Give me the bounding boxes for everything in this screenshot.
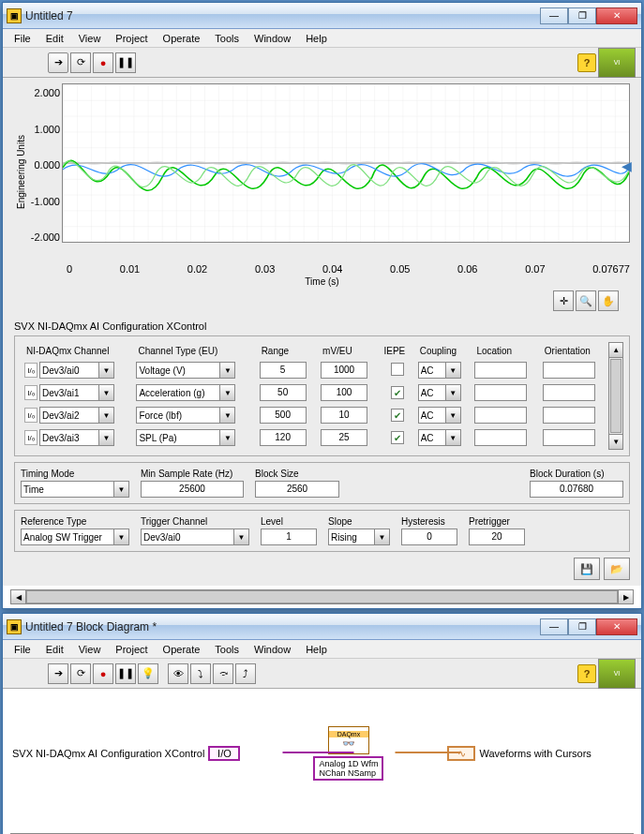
chevron-down-icon[interactable]: ▼ xyxy=(114,529,129,545)
menu-file[interactable]: File xyxy=(7,642,38,657)
run-continuous-button[interactable]: ⟳ xyxy=(70,663,91,684)
mveu-input[interactable]: 1000 xyxy=(321,362,367,379)
zoom-tool-button[interactable]: 🔍 xyxy=(576,290,596,311)
iepe-checkbox[interactable]: ✔ xyxy=(391,386,404,399)
chevron-down-icon[interactable]: ▼ xyxy=(220,407,235,424)
chevron-down-icon[interactable]: ▼ xyxy=(99,362,114,379)
location-input[interactable] xyxy=(474,429,527,446)
sample-rate-value[interactable]: 25600 xyxy=(141,481,244,498)
maximize-button[interactable]: ❐ xyxy=(568,618,596,635)
slope-input[interactable] xyxy=(328,529,375,545)
scroll-thumb[interactable] xyxy=(26,590,618,603)
menu-operate[interactable]: Operate xyxy=(156,31,208,46)
chevron-down-icon[interactable]: ▼ xyxy=(375,529,390,545)
menu-edit[interactable]: Edit xyxy=(38,31,71,46)
level-input[interactable]: 1 xyxy=(261,529,317,545)
orientation-input[interactable] xyxy=(543,384,595,401)
plot-legend-expand-icon[interactable]: ◀ xyxy=(622,158,632,173)
vi-connector-icon[interactable]: VI xyxy=(598,48,636,78)
step-out-button[interactable]: ⤴ xyxy=(235,663,256,684)
chevron-down-icon[interactable]: ▼ xyxy=(220,362,235,379)
menu-project[interactable]: Project xyxy=(108,642,155,657)
chevron-down-icon[interactable]: ▼ xyxy=(99,407,114,424)
step-into-button[interactable]: ⤵ xyxy=(190,663,211,684)
plot-canvas[interactable] xyxy=(62,83,630,243)
timing-mode-input[interactable] xyxy=(21,481,114,498)
range-input[interactable]: 500 xyxy=(260,407,307,424)
channel-input[interactable] xyxy=(39,384,99,401)
menu-tools[interactable]: Tools xyxy=(207,31,247,46)
coupling-select[interactable]: ▼ xyxy=(418,429,470,446)
menu-operate[interactable]: Operate xyxy=(156,642,208,657)
coupling-select[interactable]: ▼ xyxy=(418,407,470,424)
menu-project[interactable]: Project xyxy=(108,31,155,46)
timing-mode-select[interactable]: ▼ xyxy=(21,481,129,498)
range-input[interactable]: 50 xyxy=(260,384,307,401)
trigger-channel-select[interactable]: ▼ xyxy=(141,529,249,545)
iepe-checkbox[interactable]: ✔ xyxy=(391,409,404,422)
coupling-input[interactable] xyxy=(418,384,446,401)
context-help-button[interactable]: ? xyxy=(577,53,596,72)
type-select[interactable]: ▼ xyxy=(136,429,253,446)
channel-input[interactable] xyxy=(39,429,99,446)
type-select[interactable]: ▼ xyxy=(136,384,253,401)
menu-file[interactable]: File xyxy=(7,31,38,46)
mveu-input[interactable]: 25 xyxy=(321,429,367,446)
type-input[interactable] xyxy=(136,407,220,424)
range-input[interactable]: 5 xyxy=(260,362,307,379)
load-config-button[interactable]: 📂 xyxy=(604,558,630,580)
menu-tools[interactable]: Tools xyxy=(207,642,247,657)
location-input[interactable] xyxy=(474,407,527,424)
channel-select[interactable]: I/₀▼ xyxy=(24,362,130,379)
range-input[interactable]: 120 xyxy=(260,429,307,446)
iepe-checkbox[interactable] xyxy=(391,363,404,376)
panel-horizontal-scrollbar[interactable]: ◀ ▶ xyxy=(10,589,634,604)
chevron-down-icon[interactable]: ▼ xyxy=(446,362,461,379)
daqmx-polymorphic-selector[interactable]: Analog 1D Wfm NChan NSamp xyxy=(313,756,383,781)
run-button[interactable]: ➔ xyxy=(48,663,68,684)
mveu-input[interactable]: 10 xyxy=(321,407,367,424)
location-input[interactable] xyxy=(474,384,527,401)
run-continuous-button[interactable]: ⟳ xyxy=(70,52,91,73)
scroll-right-icon[interactable]: ▶ xyxy=(618,590,633,603)
menu-window[interactable]: Window xyxy=(247,642,298,657)
trigger-channel-input[interactable] xyxy=(141,529,234,545)
type-input[interactable] xyxy=(136,384,220,401)
chevron-down-icon[interactable]: ▼ xyxy=(446,384,461,401)
menu-help[interactable]: Help xyxy=(298,31,335,46)
scroll-up-icon[interactable]: ▲ xyxy=(609,343,622,358)
step-over-button[interactable]: ⤼ xyxy=(213,663,233,684)
abort-button[interactable]: ● xyxy=(93,52,113,73)
mveu-input[interactable]: 100 xyxy=(321,384,367,401)
menu-window[interactable]: Window xyxy=(247,31,298,46)
scroll-left-icon[interactable]: ◀ xyxy=(11,590,26,603)
minimize-button[interactable]: — xyxy=(540,618,568,635)
coupling-input[interactable] xyxy=(418,407,446,424)
close-button[interactable]: ✕ xyxy=(596,7,637,24)
ref-type-input[interactable] xyxy=(21,529,114,545)
chevron-down-icon[interactable]: ▼ xyxy=(446,407,461,424)
cursor-tool-button[interactable]: ✛ xyxy=(553,290,574,311)
pause-button[interactable]: ❚❚ xyxy=(115,663,136,684)
slope-select[interactable]: ▼ xyxy=(328,529,390,545)
menu-view[interactable]: View xyxy=(71,31,109,46)
pause-button[interactable]: ❚❚ xyxy=(115,52,136,73)
titlebar[interactable]: ▣ Untitled 7 — ❐ ✕ xyxy=(3,3,641,29)
chevron-down-icon[interactable]: ▼ xyxy=(220,384,235,401)
orientation-input[interactable] xyxy=(543,407,595,424)
waveform-chart[interactable]: Engineering Units 2.000 1.000 0.000 -1.0… xyxy=(14,83,630,261)
retain-wires-button[interactable]: 👁 xyxy=(168,663,188,684)
chevron-down-icon[interactable]: ▼ xyxy=(114,481,129,498)
ref-type-select[interactable]: ▼ xyxy=(21,529,129,545)
waveform-indicator-terminal[interactable]: ∿ xyxy=(447,746,475,761)
chevron-down-icon[interactable]: ▼ xyxy=(220,429,235,446)
daqmx-read-node[interactable]: DAQmx 👓 xyxy=(328,726,369,754)
chevron-down-icon[interactable]: ▼ xyxy=(99,384,114,401)
run-button[interactable]: ➔ xyxy=(48,52,68,73)
type-input[interactable] xyxy=(136,429,220,446)
block-diagram-canvas[interactable]: SVX NI-DAQmx AI Configuration XControl I… xyxy=(3,689,641,829)
iepe-checkbox[interactable]: ✔ xyxy=(391,431,404,444)
close-button[interactable]: ✕ xyxy=(596,618,637,635)
menu-edit[interactable]: Edit xyxy=(38,642,71,657)
channel-select[interactable]: I/₀▼ xyxy=(24,384,130,401)
